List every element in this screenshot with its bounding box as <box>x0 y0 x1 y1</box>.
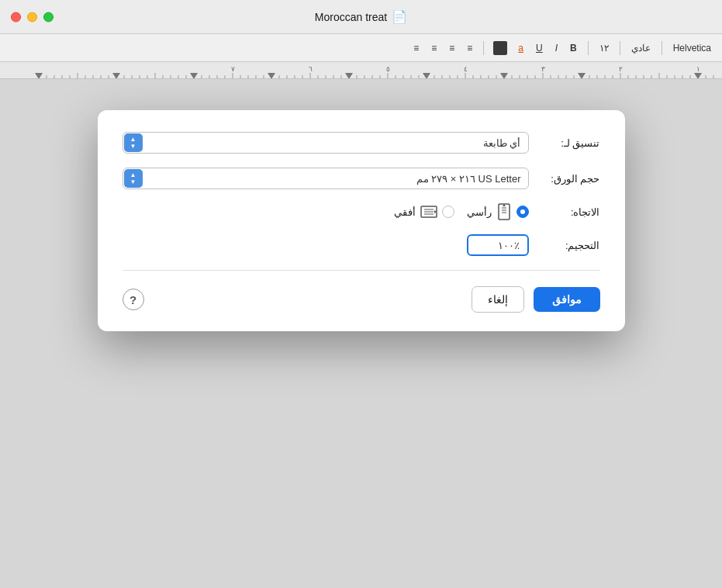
page-setup-dialog: تنسيق لـ: أي طابعة ▲ ▼ حجم الورق: US Let… <box>98 110 625 331</box>
help-button[interactable]: ? <box>123 289 144 310</box>
landscape-icon <box>420 204 437 220</box>
toolbar-separator-2 <box>620 41 620 55</box>
close-button[interactable] <box>11 12 21 22</box>
align-right[interactable]: ≡ <box>428 41 440 55</box>
svg-text:٥: ٥ <box>386 65 390 73</box>
cancel-button[interactable]: إلغاء <box>472 286 524 313</box>
landscape-radio[interactable] <box>442 206 454 218</box>
paper-size-field: US Letter ٢١٦ × ٢٧٩ مم ▲ ▼ <box>123 168 529 189</box>
font-name[interactable]: Helvetica <box>670 41 714 55</box>
color-button[interactable]: a <box>515 41 527 55</box>
svg-text:٢: ٢ <box>619 65 623 73</box>
font-size[interactable]: ١٢ <box>596 41 612 55</box>
main-area: تنسيق لـ: أي طابعة ▲ ▼ حجم الورق: US Let… <box>0 79 722 588</box>
landscape-label: أفقي <box>394 206 416 218</box>
window-controls[interactable] <box>11 12 54 22</box>
paper-size-label: حجم الورق: <box>538 173 600 185</box>
toolbar-separator-1 <box>662 41 662 55</box>
toolbar: Helvetica عادي ١٢ B I U a ≡ ≡ ≡ ≡ <box>0 34 722 62</box>
stepper-up-icon: ▲ <box>130 137 136 143</box>
format-for-input[interactable] <box>123 132 529 154</box>
paper-size-row: حجم الورق: US Letter ٢١٦ × ٢٧٩ مم ▲ ▼ <box>123 168 600 189</box>
align-center[interactable]: ≡ <box>446 41 458 55</box>
scale-input[interactable] <box>467 234 529 256</box>
minimize-button[interactable] <box>27 12 37 22</box>
format-for-field: أي طابعة ▲ ▼ <box>123 132 529 154</box>
dialog-footer: موافق إلغاء ? <box>123 286 600 313</box>
align-justify[interactable]: ≡ <box>410 41 422 55</box>
title-text: Moroccan treat <box>315 11 387 23</box>
maximize-button[interactable] <box>43 12 54 22</box>
stepper-up-icon-2: ▲ <box>130 172 136 178</box>
underline-button[interactable]: U <box>533 41 546 55</box>
bold-button[interactable]: B <box>567 41 580 55</box>
orientation-row: الاتجاه: رأسي <box>123 203 600 220</box>
portrait-radio[interactable] <box>516 206 529 218</box>
paper-size-stepper[interactable]: ▲ ▼ <box>124 169 143 188</box>
landscape-option[interactable]: أفقي <box>394 204 454 220</box>
page-icon: 📄 <box>392 9 407 24</box>
ok-button[interactable]: موافق <box>534 287 600 312</box>
italic-button[interactable]: I <box>552 41 561 55</box>
stepper-down-icon-2: ▼ <box>130 179 136 185</box>
scale-label: التحجيم: <box>538 240 600 251</box>
scale-row: التحجيم: <box>123 234 600 256</box>
portrait-icon <box>496 203 512 220</box>
svg-text:٤: ٤ <box>464 65 468 73</box>
font-style[interactable]: عادي <box>628 41 654 55</box>
ruler: ١ ٢ ٣ ٤ ٥ ٦ ٧ <box>0 62 722 79</box>
portrait-option[interactable]: رأسي <box>467 203 529 220</box>
portrait-label: رأسي <box>467 206 492 218</box>
dialog-separator <box>123 270 600 271</box>
svg-text:٦: ٦ <box>309 65 313 73</box>
format-for-label: تنسيق لـ: <box>538 137 600 149</box>
svg-text:١: ١ <box>696 65 700 73</box>
window-title: Moroccan treat 📄 <box>315 9 407 24</box>
toolbar-separator-3 <box>588 41 589 55</box>
title-bar: Moroccan treat 📄 <box>0 0 722 34</box>
paper-size-input[interactable] <box>123 168 529 189</box>
color-swatch[interactable] <box>493 41 507 55</box>
format-for-stepper[interactable]: ▲ ▼ <box>124 133 143 152</box>
stepper-down-icon: ▼ <box>130 144 136 150</box>
format-for-row: تنسيق لـ: أي طابعة ▲ ▼ <box>123 132 600 154</box>
svg-text:٣: ٣ <box>541 65 545 73</box>
orientation-options: رأسي أفقي <box>123 203 529 220</box>
svg-text:٧: ٧ <box>231 65 235 73</box>
align-left[interactable]: ≡ <box>464 41 475 55</box>
toolbar-separator-4 <box>483 41 484 55</box>
orientation-label: الاتجاه: <box>538 206 600 218</box>
